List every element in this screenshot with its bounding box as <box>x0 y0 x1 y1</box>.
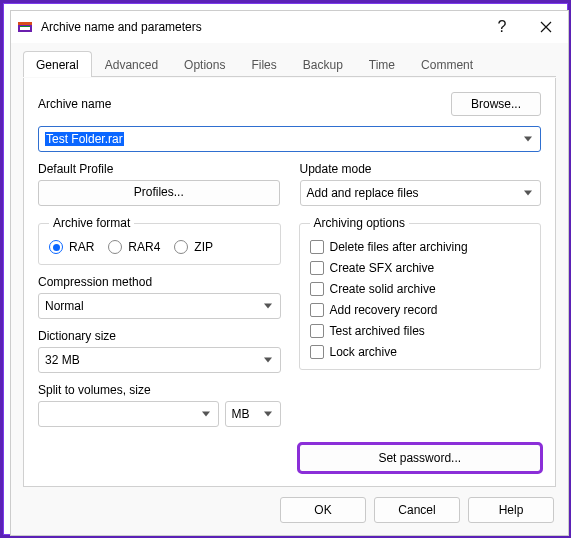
split-size-input[interactable] <box>38 401 219 427</box>
svg-rect-1 <box>18 22 32 25</box>
tab-backup[interactable]: Backup <box>290 51 356 77</box>
split-label: Split to volumes, size <box>38 383 281 397</box>
opt-recovery-check[interactable]: Add recovery record <box>310 303 531 317</box>
chevron-down-icon <box>264 412 272 417</box>
ok-button[interactable]: OK <box>280 497 366 523</box>
update-mode-label: Update mode <box>300 162 542 176</box>
tab-advanced[interactable]: Advanced <box>92 51 171 77</box>
help-button[interactable]: Help <box>468 497 554 523</box>
format-zip-radio[interactable]: ZIP <box>174 240 213 254</box>
compression-select[interactable]: Normal <box>38 293 281 319</box>
set-password-button[interactable]: Set password... <box>299 444 542 472</box>
browse-button[interactable]: Browse... <box>451 92 541 116</box>
dictionary-label: Dictionary size <box>38 329 281 343</box>
format-rar4-radio[interactable]: RAR4 <box>108 240 160 254</box>
chevron-down-icon <box>524 137 532 142</box>
app-icon <box>17 19 33 35</box>
tab-options[interactable]: Options <box>171 51 238 77</box>
opt-solid-check[interactable]: Create solid archive <box>310 282 531 296</box>
opt-delete-check[interactable]: Delete files after archiving <box>310 240 531 254</box>
chevron-down-icon <box>524 191 532 196</box>
split-unit-select[interactable]: MB <box>225 401 281 427</box>
opt-test-check[interactable]: Test archived files <box>310 324 531 338</box>
profiles-button[interactable]: Profiles... <box>38 180 280 206</box>
cancel-button[interactable]: Cancel <box>374 497 460 523</box>
close-icon[interactable] <box>524 11 568 43</box>
tab-strip: General Advanced Options Files Backup Ti… <box>11 43 568 78</box>
archive-name-input[interactable]: Test Folder.rar <box>38 126 541 152</box>
default-profile-label: Default Profile <box>38 162 280 176</box>
archive-name-label: Archive name <box>38 97 111 111</box>
tab-general[interactable]: General <box>23 51 92 77</box>
tab-time[interactable]: Time <box>356 51 408 77</box>
archive-format-group: Archive format RAR RAR4 ZIP <box>38 216 281 265</box>
chevron-down-icon <box>264 304 272 309</box>
update-mode-select[interactable]: Add and replace files <box>300 180 542 206</box>
tab-comment[interactable]: Comment <box>408 51 486 77</box>
help-icon[interactable]: ? <box>480 11 524 43</box>
window-title: Archive name and parameters <box>41 20 202 34</box>
dictionary-select[interactable]: 32 MB <box>38 347 281 373</box>
svg-rect-3 <box>20 26 30 27</box>
tab-files[interactable]: Files <box>238 51 289 77</box>
format-rar-radio[interactable]: RAR <box>49 240 94 254</box>
chevron-down-icon <box>264 358 272 363</box>
dialog-footer: OK Cancel Help <box>11 487 568 535</box>
title-bar: Archive name and parameters ? <box>11 11 568 43</box>
opt-sfx-check[interactable]: Create SFX archive <box>310 261 531 275</box>
opt-lock-check[interactable]: Lock archive <box>310 345 531 359</box>
chevron-down-icon <box>202 412 210 417</box>
compression-label: Compression method <box>38 275 281 289</box>
archiving-options-group: Archiving options Delete files after arc… <box>299 216 542 370</box>
